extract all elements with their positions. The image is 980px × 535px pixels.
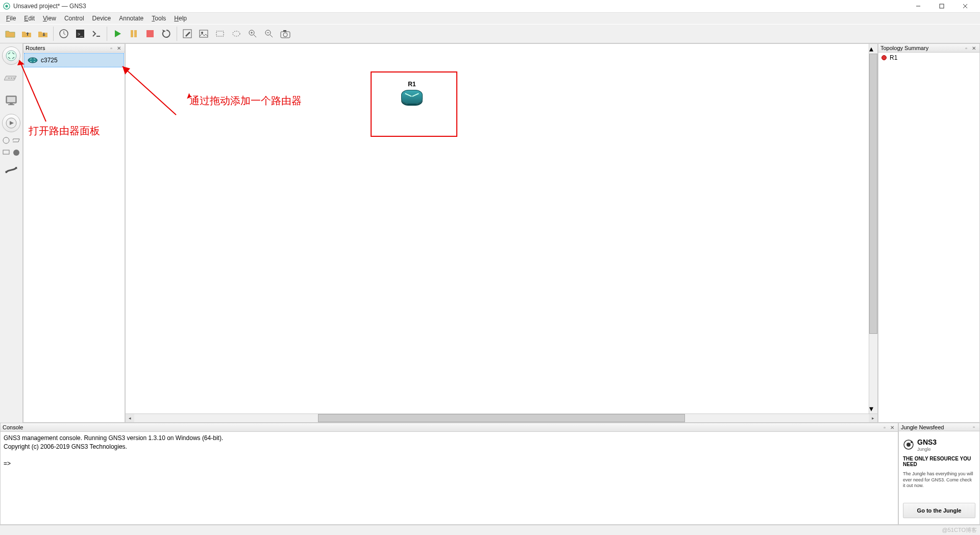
router-template-item[interactable]: c3725 [24, 53, 124, 67]
topology-list: R1 [878, 53, 979, 422]
stop-button[interactable] [142, 26, 158, 41]
camera-icon [280, 29, 291, 39]
svg-rect-3 [940, 4, 944, 8]
routers-panel-title: Routers ▫ ✕ [23, 44, 125, 53]
vpcs-button[interactable]: >_ [72, 26, 88, 41]
routers-close-button[interactable]: ✕ [115, 45, 122, 52]
terminal-grid-icon: >_ [75, 28, 86, 39]
routers-undock-button[interactable]: ▫ [108, 45, 115, 52]
link-button[interactable] [2, 161, 20, 179]
zoom-in-button[interactable] [245, 26, 260, 41]
svg-point-17 [233, 31, 240, 36]
menu-view[interactable]: View [39, 14, 60, 23]
security-devices-button[interactable] [2, 114, 20, 132]
rect-button[interactable] [212, 26, 228, 41]
workspace-canvas[interactable]: R1 通过拖动添加一个路由器 [126, 44, 869, 414]
routers-list: c3725 [23, 53, 125, 422]
svg-rect-30 [7, 97, 15, 102]
canvas-hscrollbar[interactable]: ◂▸ [126, 414, 877, 422]
router-node-label: R1 [401, 81, 423, 88]
start-button[interactable] [110, 26, 125, 41]
switches-category-button[interactable] [2, 69, 20, 87]
svg-point-28 [6, 51, 16, 61]
dashed-ellipse-icon [231, 29, 241, 39]
console-line-2: Copyright (c) 2006-2019 GNS3 Technologie… [4, 443, 127, 450]
console-output[interactable]: GNS3 management console. Running GNS3 ve… [1, 432, 898, 524]
svg-point-1 [5, 5, 8, 7]
zoom-out-icon [264, 29, 274, 39]
pause-icon [128, 28, 139, 39]
svg-rect-11 [134, 30, 137, 37]
close-button[interactable] [953, 0, 977, 12]
menu-tools[interactable]: Tools [148, 14, 170, 23]
svg-rect-35 [3, 150, 9, 154]
window-title: Unsaved project* — GNS3 [13, 3, 906, 10]
ellipse-button[interactable] [229, 26, 244, 41]
jungle-desc: The Jungle has everything you will ever … [903, 471, 975, 489]
mini-pc-icon[interactable] [2, 149, 10, 157]
reload-button[interactable] [159, 26, 174, 41]
menu-edit[interactable]: Edit [20, 14, 39, 23]
svg-rect-32 [8, 104, 14, 105]
jungle-cta-label: Go to the Jungle [917, 507, 962, 514]
svg-rect-27 [283, 30, 286, 32]
topology-undock-button[interactable]: ▫ [963, 45, 970, 52]
console-close-button[interactable]: ✕ [889, 424, 896, 431]
console-undock-button[interactable]: ▫ [881, 424, 888, 431]
canvas-vscrollbar[interactable]: ▴▾ [869, 44, 877, 414]
menu-annotate[interactable]: Annotate [115, 14, 148, 23]
svg-rect-10 [131, 30, 133, 37]
title-bar: Unsaved project* — GNS3 [0, 0, 980, 13]
mini-router-icon[interactable] [2, 136, 10, 144]
edit-icon [182, 29, 192, 39]
router-icon [5, 49, 18, 62]
svg-point-37 [28, 58, 37, 63]
app-icon [3, 3, 10, 10]
monitor-icon [5, 95, 18, 106]
mini-play-icon[interactable] [12, 149, 20, 157]
end-devices-button[interactable] [2, 91, 20, 110]
menu-control[interactable]: Control [60, 14, 88, 23]
image-button[interactable] [196, 26, 211, 41]
clock-button[interactable] [56, 26, 71, 41]
watermark: @51CTO博客 [942, 526, 977, 534]
router-node-r1[interactable]: R1 [401, 81, 423, 104]
topology-title: Topology Summary ▫ ✕ [878, 44, 979, 53]
routers-category-button[interactable] [2, 46, 20, 65]
console-panel: Console ▫ ✕ GNS3 management console. Run… [0, 423, 898, 525]
all-devices-row-2 [2, 149, 20, 157]
topology-item[interactable]: R1 [878, 53, 979, 63]
jungle-brand: GNS3 [917, 438, 937, 446]
folder-down-icon [37, 28, 48, 39]
minimize-button[interactable] [906, 0, 930, 12]
open-project-button[interactable] [3, 26, 18, 41]
screenshot-button[interactable] [278, 26, 293, 41]
export-button[interactable] [35, 26, 51, 41]
console-button[interactable] [89, 26, 104, 41]
zoom-out-button[interactable] [261, 26, 277, 41]
device-toolbar [0, 43, 23, 423]
pause-button[interactable] [126, 26, 141, 41]
canvas-topology-wrap: R1 通过拖动添加一个路由器 ▴▾ ◂▸ Topo [125, 43, 980, 423]
jungle-undock-button[interactable]: ▫ [970, 424, 977, 430]
jungle-cta-button[interactable]: Go to the Jungle [903, 503, 975, 518]
bottom-dock: Console ▫ ✕ GNS3 management console. Run… [0, 423, 980, 525]
svg-rect-14 [200, 30, 208, 37]
dashed-rect-icon [215, 29, 225, 39]
svg-point-45 [911, 441, 913, 443]
console-line-1: GNS3 management console. Running GNS3 ve… [4, 434, 223, 442]
maximize-button[interactable] [930, 0, 953, 12]
menu-device[interactable]: Device [88, 14, 115, 23]
note-button[interactable] [180, 26, 195, 41]
svg-point-44 [906, 443, 911, 447]
import-button[interactable] [19, 26, 34, 41]
topology-close-button[interactable]: ✕ [970, 45, 977, 52]
mini-switch-icon[interactable] [12, 136, 20, 144]
menu-file[interactable]: File [2, 14, 20, 23]
play-icon [112, 28, 123, 39]
console-title-text: Console [3, 424, 23, 430]
folder-open-icon [5, 28, 16, 39]
gns3-logo-icon [903, 439, 914, 450]
svg-point-26 [283, 33, 287, 37]
menu-help[interactable]: Help [170, 14, 191, 23]
